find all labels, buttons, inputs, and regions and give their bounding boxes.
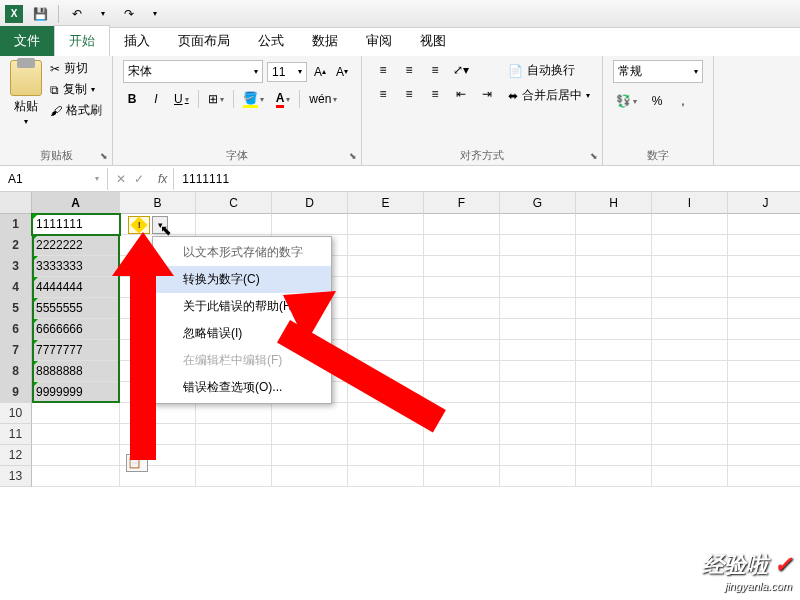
cell-F13[interactable] <box>424 466 500 487</box>
cell-D13[interactable] <box>272 466 348 487</box>
indent-decrease-icon[interactable]: ⇤ <box>450 84 472 104</box>
align-right-icon[interactable]: ≡ <box>424 84 446 104</box>
comma-button[interactable]: , <box>674 91 692 111</box>
tab-view[interactable]: 视图 <box>406 26 460 56</box>
border-button[interactable]: ⊞ <box>205 89 227 109</box>
cell-E11[interactable] <box>348 424 424 445</box>
tab-review[interactable]: 审阅 <box>352 26 406 56</box>
cell-J1[interactable] <box>728 214 800 235</box>
cell-D1[interactable] <box>272 214 348 235</box>
cell-J3[interactable] <box>728 256 800 277</box>
font-size-select[interactable]: 11▾ <box>267 62 307 82</box>
cell-F5[interactable] <box>424 298 500 319</box>
fill-color-button[interactable]: 🪣 <box>240 89 267 109</box>
cell-E12[interactable] <box>348 445 424 466</box>
cell-G8[interactable] <box>500 361 576 382</box>
cell-E2[interactable] <box>348 235 424 256</box>
cell-C1[interactable] <box>196 214 272 235</box>
cell-A10[interactable] <box>32 403 120 424</box>
cell-G1[interactable] <box>500 214 576 235</box>
currency-button[interactable]: 💱 <box>613 91 640 111</box>
paste-button[interactable]: 粘贴 ▾ <box>10 60 42 126</box>
cell-G6[interactable] <box>500 319 576 340</box>
row-header-11[interactable]: 11 <box>0 424 32 445</box>
cell-J6[interactable] <box>728 319 800 340</box>
cell-H12[interactable] <box>576 445 652 466</box>
cell-F8[interactable] <box>424 361 500 382</box>
cell-C13[interactable] <box>196 466 272 487</box>
col-header-J[interactable]: J <box>728 192 800 214</box>
format-painter-button[interactable]: 🖌格式刷 <box>50 102 102 119</box>
percent-button[interactable]: % <box>648 91 666 111</box>
cell-J12[interactable] <box>728 445 800 466</box>
cell-H11[interactable] <box>576 424 652 445</box>
confirm-formula-icon[interactable]: ✓ <box>134 172 144 186</box>
align-bottom-icon[interactable]: ≡ <box>424 60 446 80</box>
col-header-D[interactable]: D <box>272 192 348 214</box>
cell-F1[interactable] <box>424 214 500 235</box>
cell-A11[interactable] <box>32 424 120 445</box>
ctx-ignore[interactable]: 忽略错误(I) <box>153 320 331 347</box>
cell-B11[interactable] <box>120 424 196 445</box>
cell-I9[interactable] <box>652 382 728 403</box>
decrease-font-icon[interactable]: A▾ <box>333 62 351 82</box>
cell-I13[interactable] <box>652 466 728 487</box>
cell-I12[interactable] <box>652 445 728 466</box>
cell-H4[interactable] <box>576 277 652 298</box>
phonetic-button[interactable]: wén <box>306 89 340 109</box>
tab-home[interactable]: 开始 <box>54 25 110 56</box>
row-header-9[interactable]: 9 <box>0 382 32 403</box>
cell-H13[interactable] <box>576 466 652 487</box>
ctx-convert-number[interactable]: 转换为数字(C) <box>153 266 331 293</box>
undo-dropdown-icon[interactable]: ▾ <box>93 4 113 24</box>
copy-button[interactable]: ⧉复制▾ <box>50 81 102 98</box>
fx-icon[interactable]: fx <box>152 172 173 186</box>
cell-I3[interactable] <box>652 256 728 277</box>
row-header-1[interactable]: 1 <box>0 214 32 235</box>
cell-I1[interactable] <box>652 214 728 235</box>
row-header-10[interactable]: 10 <box>0 403 32 424</box>
cell-F3[interactable] <box>424 256 500 277</box>
bold-button[interactable]: B <box>123 89 141 109</box>
cell-A9[interactable]: 9999999 <box>32 382 120 403</box>
cell-G10[interactable] <box>500 403 576 424</box>
cell-C11[interactable] <box>196 424 272 445</box>
cell-J9[interactable] <box>728 382 800 403</box>
col-header-I[interactable]: I <box>652 192 728 214</box>
cell-F2[interactable] <box>424 235 500 256</box>
italic-button[interactable]: I <box>147 89 165 109</box>
cell-I7[interactable] <box>652 340 728 361</box>
cell-A5[interactable]: 5555555 <box>32 298 120 319</box>
cut-button[interactable]: ✂剪切 <box>50 60 102 77</box>
error-smart-tag[interactable] <box>128 216 150 234</box>
cell-A6[interactable]: 6666666 <box>32 319 120 340</box>
cell-J4[interactable] <box>728 277 800 298</box>
cell-G2[interactable] <box>500 235 576 256</box>
cell-I2[interactable] <box>652 235 728 256</box>
cell-G4[interactable] <box>500 277 576 298</box>
cell-A3[interactable]: 3333333 <box>32 256 120 277</box>
tab-data[interactable]: 数据 <box>298 26 352 56</box>
ctx-options[interactable]: 错误检查选项(O)... <box>153 374 331 401</box>
cell-H3[interactable] <box>576 256 652 277</box>
cell-G5[interactable] <box>500 298 576 319</box>
cell-I6[interactable] <box>652 319 728 340</box>
cell-F4[interactable] <box>424 277 500 298</box>
cell-G11[interactable] <box>500 424 576 445</box>
number-format-select[interactable]: 常规▾ <box>613 60 703 83</box>
merge-center-button[interactable]: ⬌合并后居中▾ <box>506 85 592 106</box>
cell-J13[interactable] <box>728 466 800 487</box>
cell-G12[interactable] <box>500 445 576 466</box>
font-name-select[interactable]: 宋体▾ <box>123 60 263 83</box>
row-header-2[interactable]: 2 <box>0 235 32 256</box>
cells[interactable]: ▾ ⬉ 📋 以文本形式存储的数字 转换为数字(C) 关于此错误的帮助(H) 忽略… <box>32 214 800 487</box>
cancel-formula-icon[interactable]: ✕ <box>116 172 126 186</box>
cell-I10[interactable] <box>652 403 728 424</box>
font-launcher[interactable]: ⬊ <box>347 151 359 163</box>
align-center-icon[interactable]: ≡ <box>398 84 420 104</box>
cell-E6[interactable] <box>348 319 424 340</box>
cell-I5[interactable] <box>652 298 728 319</box>
cell-H2[interactable] <box>576 235 652 256</box>
ctx-help[interactable]: 关于此错误的帮助(H) <box>153 293 331 320</box>
cell-D12[interactable] <box>272 445 348 466</box>
